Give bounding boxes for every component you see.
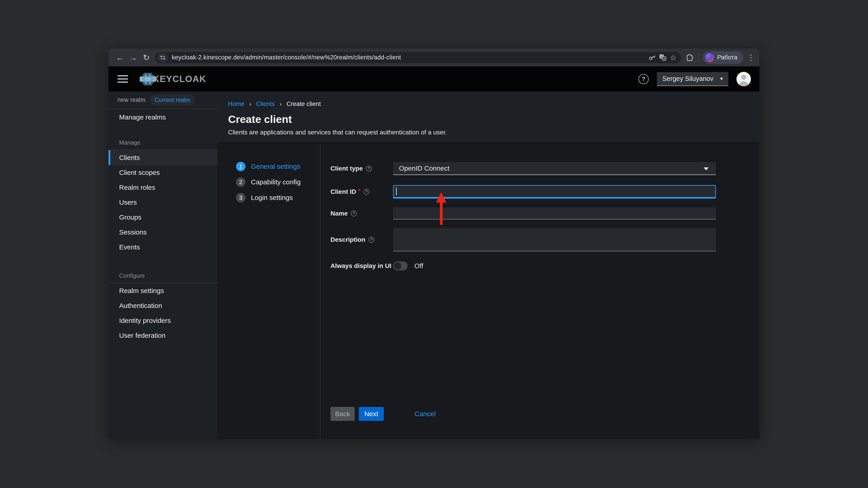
description-textarea[interactable] — [393, 228, 716, 252]
required-asterisk: * — [358, 188, 361, 195]
sidebar-item-manage-realms[interactable]: Manage realms — [108, 109, 217, 126]
back-button[interactable]: Back — [331, 407, 355, 421]
nav-toggle-icon[interactable] — [118, 75, 128, 83]
toggle-state-label: Off — [414, 262, 423, 270]
profile-avatar — [705, 53, 714, 62]
breadcrumb: Home › Clients › Create client — [228, 101, 760, 107]
sidebar-item-user-federation[interactable]: User federation — [108, 328, 217, 343]
step-number: 3 — [236, 193, 246, 202]
next-button[interactable]: Next — [359, 407, 384, 421]
browser-reload-icon[interactable]: ↻ — [140, 53, 153, 62]
sidebar-item-sessions[interactable]: Sessions — [108, 225, 217, 240]
browser-menu-icon[interactable]: ⋮ — [747, 53, 754, 62]
create-client-form: Client type ? OpenID Connect Client ID * — [320, 143, 760, 439]
browser-window: ← → ↻ keycloak-2.kinescope.dev/admin/mas… — [108, 48, 760, 439]
brand-text: KEYCLOAK — [153, 74, 206, 84]
sidebar: new realm Current realm Manage realms Ma… — [108, 92, 217, 439]
step-number: 1 — [236, 162, 246, 171]
sidebar-item-realm-roles[interactable]: Realm roles — [108, 180, 217, 195]
masthead: KEYCLOAK ? Sergey Siluyanov ▾ — [108, 66, 760, 92]
always-display-toggle[interactable] — [393, 261, 408, 270]
translate-icon[interactable]: G — [657, 54, 668, 62]
wizard-step-login-settings[interactable]: 3 Login settings — [217, 193, 320, 202]
browser-back-icon[interactable]: ← — [114, 53, 127, 62]
extensions-puzzle-icon[interactable] — [685, 53, 695, 62]
breadcrumb-home[interactable]: Home — [228, 101, 244, 107]
sidebar-item-groups[interactable]: Groups — [108, 210, 217, 225]
breadcrumb-clients[interactable]: Clients — [256, 101, 275, 107]
client-type-value: OpenID Connect — [399, 164, 450, 172]
page-title: Create client — [228, 113, 760, 125]
wizard-step-capability-config[interactable]: 2 Capability config — [217, 177, 320, 187]
realm-selector[interactable]: new realm Current realm — [108, 92, 217, 109]
pointer-arrow-shaft — [440, 202, 442, 225]
site-settings-icon[interactable] — [158, 53, 168, 63]
keycloak-logo[interactable]: KEYCLOAK — [140, 71, 206, 87]
user-menu-button[interactable]: Sergey Siluyanov ▾ — [657, 72, 728, 86]
name-label: Name ? — [331, 210, 393, 217]
client-type-help-icon[interactable]: ? — [366, 166, 372, 171]
wizard-step-general-settings[interactable]: 1 General settings — [217, 162, 320, 171]
help-icon[interactable]: ? — [638, 74, 649, 84]
sidebar-item-authentication[interactable]: Authentication — [108, 298, 217, 313]
nav-group-configure: Configure — [108, 272, 217, 283]
chevron-down-icon: ▾ — [720, 75, 723, 82]
page-header: Home › Clients › Create client Create cl… — [217, 92, 760, 143]
step-number: 2 — [236, 177, 246, 187]
user-name: Sergey Siluyanov — [662, 75, 713, 83]
sidebar-item-clients[interactable]: Clients — [108, 150, 217, 165]
client-type-label: Client type ? — [331, 165, 393, 172]
nav-group-manage: Manage — [108, 139, 217, 150]
current-realm-badge: Current realm — [150, 94, 195, 105]
always-display-label: Always display in UI ? — [331, 262, 393, 269]
select-caret-icon — [704, 167, 709, 170]
breadcrumb-chevron-icon: › — [249, 101, 251, 107]
url-text[interactable]: keycloak-2.kinescope.dev/admin/master/co… — [172, 54, 647, 61]
toolbar-separator — [699, 53, 699, 62]
password-key-icon[interactable] — [647, 54, 657, 62]
user-avatar[interactable] — [737, 72, 751, 86]
sidebar-item-identity-providers[interactable]: Identity providers — [108, 313, 217, 328]
client-id-label: Client ID * ? — [331, 188, 393, 195]
form-actions: Back Next Cancel — [331, 407, 716, 421]
realm-name: new realm — [117, 96, 146, 103]
sidebar-item-users[interactable]: Users — [108, 195, 217, 210]
page-subtitle: Clients are applications and services th… — [228, 129, 760, 136]
breadcrumb-chevron-icon: › — [280, 101, 282, 107]
step-label: Login settings — [251, 194, 293, 201]
desktop: { "browser": { "url": "keycloak-2.kinesc… — [0, 0, 868, 488]
browser-forward-icon[interactable]: → — [127, 53, 140, 62]
name-help-icon[interactable]: ? — [351, 210, 357, 217]
sidebar-item-events[interactable]: Events — [108, 240, 217, 255]
step-label: Capability config — [251, 178, 301, 186]
description-label: Description ? — [331, 236, 393, 243]
browser-toolbar: ← → ↻ keycloak-2.kinescope.dev/admin/mas… — [108, 48, 760, 66]
wizard-nav: 1 General settings 2 Capability config 3… — [217, 143, 320, 439]
sidebar-item-realm-settings[interactable]: Realm settings — [108, 283, 217, 298]
main-content: Home › Clients › Create client Create cl… — [217, 92, 760, 439]
pointer-arrow-head — [436, 192, 446, 203]
client-id-help-icon[interactable]: ? — [364, 189, 369, 195]
step-label: General settings — [251, 163, 300, 170]
browser-profile-chip[interactable]: Работа — [703, 51, 743, 64]
address-bar[interactable]: keycloak-2.kinescope.dev/admin/master/co… — [155, 52, 681, 63]
client-type-select[interactable]: OpenID Connect — [393, 162, 716, 175]
description-help-icon[interactable]: ? — [368, 237, 374, 242]
breadcrumb-current: Create client — [287, 101, 321, 107]
cancel-link[interactable]: Cancel — [414, 410, 436, 418]
toggle-knob — [394, 262, 401, 269]
text-cursor — [396, 188, 397, 195]
profile-name: Работа — [717, 54, 737, 61]
bookmark-star-icon[interactable]: ☆ — [668, 53, 678, 62]
sidebar-item-client-scopes[interactable]: Client scopes — [108, 165, 217, 180]
